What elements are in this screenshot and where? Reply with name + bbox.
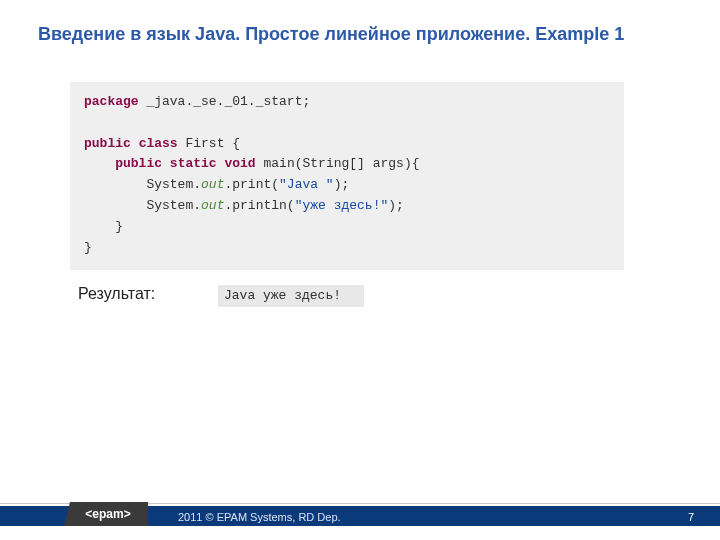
keyword-public: public — [115, 156, 162, 171]
code-brace: } — [84, 240, 92, 255]
code-brace: } — [84, 219, 123, 234]
keyword-public: public — [84, 136, 131, 151]
field-out: out — [201, 177, 224, 192]
keyword-package: package — [84, 94, 139, 109]
method-sig: main(String[] args){ — [256, 156, 420, 171]
string-literal: "уже здесь!" — [295, 198, 389, 213]
code-text: .print( — [224, 177, 279, 192]
code-text: ); — [334, 177, 350, 192]
logo-text: <epam> — [85, 507, 130, 521]
epam-logo: <epam> — [64, 502, 148, 526]
field-out: out — [201, 198, 224, 213]
result-output: Java уже здесь! — [218, 285, 364, 307]
string-literal: "Java " — [279, 177, 334, 192]
keyword-void: void — [224, 156, 255, 171]
class-name: First { — [178, 136, 240, 151]
code-text: .println( — [224, 198, 294, 213]
footer-copyright: 2011 © EPAM Systems, RD Dep. — [178, 511, 341, 523]
keyword-class: class — [139, 136, 178, 151]
result-label: Результат: — [78, 285, 155, 303]
keyword-static: static — [170, 156, 217, 171]
package-name: _java._se._01._start; — [139, 94, 311, 109]
page-number: 7 — [688, 511, 694, 523]
code-block: package _java._se._01._start; public cla… — [70, 82, 624, 270]
code-text: ); — [388, 198, 404, 213]
code-text: System. — [84, 198, 201, 213]
slide-title: Введение в язык Java. Простое линейное п… — [38, 24, 624, 45]
code-text: System. — [84, 177, 201, 192]
